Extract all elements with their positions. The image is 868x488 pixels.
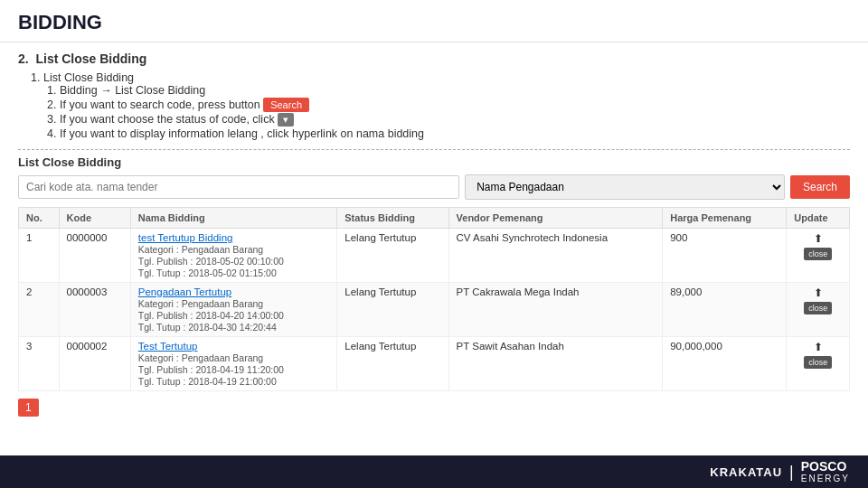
col-kode: Kode bbox=[59, 208, 130, 229]
col-update: Update bbox=[787, 208, 850, 229]
filter-row: Nama Pengadaan Search bbox=[18, 174, 850, 200]
cell-nama-bidding: Pengadaan Tertutup Kategori : Pengadaan … bbox=[130, 283, 336, 337]
page-title: BIDDING bbox=[0, 0, 868, 42]
footer-brand1: KRAKATAU bbox=[710, 465, 782, 479]
cell-harga: 900 bbox=[663, 229, 787, 283]
cell-vendor: PT Cakrawala Mega Indah bbox=[448, 283, 663, 337]
upload-icon: ⬆ bbox=[814, 232, 823, 245]
cell-update: ⬆ close bbox=[787, 337, 850, 391]
nama-pengadaan-select[interactable]: Nama Pengadaan bbox=[465, 174, 785, 200]
instruction-item1: List Close Bidding bbox=[43, 71, 134, 84]
cell-tgl-publish: Tgl. Publish : 2018-04-20 14:00:00 bbox=[138, 310, 329, 321]
footer-brand2: POSCO bbox=[801, 460, 847, 474]
cell-harga: 90,000,000 bbox=[663, 337, 787, 391]
nama-bidding-link[interactable]: Test Tertutup bbox=[138, 341, 198, 352]
col-vendor: Vendor Pemenang bbox=[448, 208, 663, 229]
bidding-table: No. Kode Nama Bidding Status Bidding Ven… bbox=[18, 207, 850, 391]
instruction-sub3: If you want choose the status of code, c… bbox=[60, 113, 275, 126]
instruction-sub2: If you want to search code, press button bbox=[60, 99, 260, 111]
search-button[interactable]: Search bbox=[790, 175, 850, 199]
search-input[interactable] bbox=[18, 175, 459, 199]
cell-vendor: CV Asahi Synchrotech Indonesia bbox=[448, 229, 663, 283]
list-section-title: List Close Bidding bbox=[18, 149, 850, 169]
cell-no: 1 bbox=[19, 229, 60, 283]
cell-kategori: Kategori : Pengadaan Barang bbox=[138, 244, 329, 255]
nama-bidding-link[interactable]: Pengadaan Tertutup bbox=[138, 286, 231, 297]
footer-separator-icon: | bbox=[789, 463, 794, 482]
table-row: 1 0000000 test Tertutup Bidding Kategori… bbox=[19, 229, 850, 283]
section-number: 2. bbox=[18, 52, 29, 66]
cell-kode: 0000003 bbox=[59, 283, 130, 337]
footer: KRAKATAU | POSCO ENERGY bbox=[0, 455, 868, 488]
cell-update: ⬆ close bbox=[787, 229, 850, 283]
close-button[interactable]: close bbox=[804, 356, 832, 369]
cell-nama-bidding: Test Tertutup Kategori : Pengadaan Baran… bbox=[130, 337, 336, 391]
table-header-row: No. Kode Nama Bidding Status Bidding Ven… bbox=[19, 208, 850, 229]
table-row: 3 0000002 Test Tertutup Kategori : Penga… bbox=[19, 337, 850, 391]
cell-harga: 89,000 bbox=[663, 283, 787, 337]
pagination-row: 1 bbox=[18, 399, 850, 417]
instruction-sub1: Bidding → List Close Bidding bbox=[60, 84, 205, 97]
upload-icon: ⬆ bbox=[814, 286, 823, 299]
cell-status: Lelang Tertutup bbox=[337, 229, 448, 283]
cell-no: 2 bbox=[19, 283, 60, 337]
col-nama-bidding: Nama Bidding bbox=[130, 208, 336, 229]
cell-no: 3 bbox=[19, 337, 60, 391]
cell-tgl-tutup: Tgl. Tutup : 2018-04-30 14:20:44 bbox=[138, 322, 329, 333]
page-1-btn[interactable]: 1 bbox=[18, 399, 39, 417]
status-inline-btn: ▾ bbox=[278, 113, 294, 127]
cell-status: Lelang Tertutup bbox=[337, 283, 448, 337]
cell-kode: 0000000 bbox=[59, 229, 130, 283]
cell-tgl-publish: Tgl. Publish : 2018-05-02 00:10:00 bbox=[138, 256, 329, 267]
cell-kode: 0000002 bbox=[59, 337, 130, 391]
cell-nama-bidding: test Tertutup Bidding Kategori : Pengada… bbox=[130, 229, 336, 283]
close-button[interactable]: close bbox=[804, 302, 832, 314]
col-status: Status Bidding bbox=[337, 208, 448, 229]
upload-icon: ⬆ bbox=[814, 341, 823, 353]
instruction-sub4: If you want to display information lelan… bbox=[60, 127, 424, 140]
cell-status: Lelang Tertutup bbox=[337, 337, 448, 391]
cell-vendor: PT Sawit Asahan Indah bbox=[448, 337, 663, 391]
section-title: List Close Bidding bbox=[35, 52, 146, 66]
close-button[interactable]: close bbox=[804, 248, 832, 260]
cell-kategori: Kategori : Pengadaan Barang bbox=[138, 298, 329, 309]
cell-update: ⬆ close bbox=[787, 283, 850, 337]
col-no: No. bbox=[19, 208, 60, 229]
col-harga: Harga Pemenang bbox=[663, 208, 787, 229]
search-inline-btn: Search bbox=[263, 98, 309, 112]
footer-brand3: ENERGY bbox=[801, 474, 850, 483]
table-row: 2 0000003 Pengadaan Tertutup Kategori : … bbox=[19, 283, 850, 337]
cell-kategori: Kategori : Pengadaan Barang bbox=[138, 352, 329, 363]
nama-bidding-link[interactable]: test Tertutup Bidding bbox=[138, 232, 233, 243]
cell-tgl-tutup: Tgl. Tutup : 2018-04-19 21:00:00 bbox=[138, 376, 329, 387]
cell-tgl-tutup: Tgl. Tutup : 2018-05-02 01:15:00 bbox=[138, 267, 329, 278]
cell-tgl-publish: Tgl. Publish : 2018-04-19 11:20:00 bbox=[138, 364, 329, 375]
